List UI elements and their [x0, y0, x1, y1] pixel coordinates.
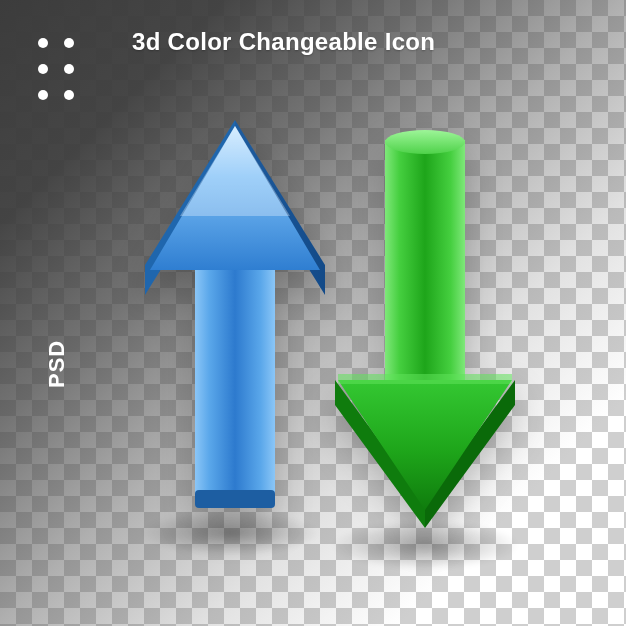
svg-rect-6 [385, 140, 465, 380]
preview-card: 3d Color Changeable Icon PSD [0, 0, 626, 626]
svg-rect-2 [195, 265, 275, 495]
svg-rect-12 [338, 374, 512, 384]
svg-rect-3 [195, 490, 275, 508]
shadow-ellipse [140, 510, 320, 556]
product-title: 3d Color Changeable Icon [132, 28, 606, 56]
svg-marker-11 [338, 380, 512, 510]
arrow-up-icon [140, 120, 330, 510]
arrow-down-icon [330, 130, 520, 530]
svg-point-7 [385, 130, 465, 154]
svg-marker-5 [180, 126, 290, 216]
format-badge: PSD [44, 340, 70, 388]
dot-grid-icon [34, 34, 84, 108]
